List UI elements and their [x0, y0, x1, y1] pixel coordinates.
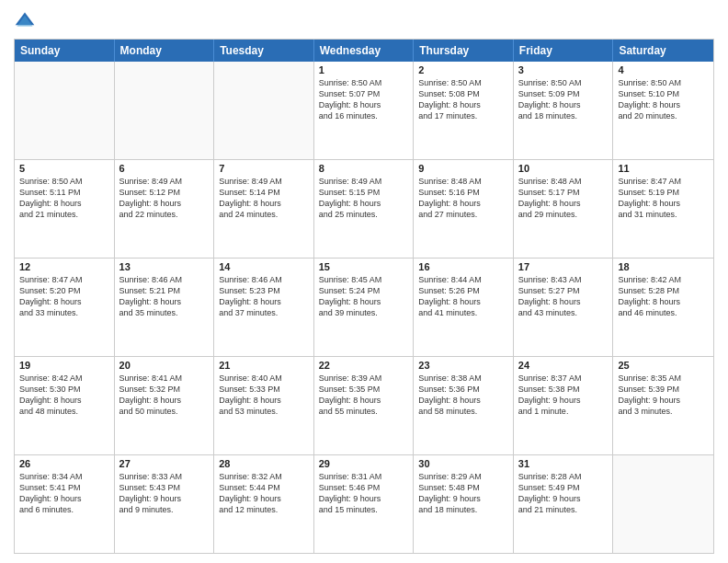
- cell-data: Sunrise: 8:45 AM Sunset: 5:24 PM Dayligh…: [319, 274, 409, 319]
- calendar-cell-24: 24Sunrise: 8:37 AM Sunset: 5:38 PM Dayli…: [514, 357, 614, 454]
- calendar-body: 1Sunrise: 8:50 AM Sunset: 5:07 PM Daylig…: [15, 62, 713, 553]
- calendar-cell-empty: [613, 455, 713, 553]
- cell-data: Sunrise: 8:50 AM Sunset: 5:09 PM Dayligh…: [518, 77, 609, 122]
- day-number: 8: [319, 163, 409, 174]
- cell-data: Sunrise: 8:47 AM Sunset: 5:20 PM Dayligh…: [19, 274, 109, 319]
- cell-data: Sunrise: 8:50 AM Sunset: 5:07 PM Dayligh…: [319, 77, 409, 122]
- day-number: 7: [219, 163, 309, 174]
- day-number: 4: [618, 64, 709, 75]
- cell-data: Sunrise: 8:49 AM Sunset: 5:15 PM Dayligh…: [319, 176, 409, 221]
- day-number: 31: [518, 458, 609, 469]
- cell-data: Sunrise: 8:38 AM Sunset: 5:36 PM Dayligh…: [418, 373, 508, 418]
- day-number: 21: [219, 360, 309, 371]
- logo-icon: [14, 9, 36, 31]
- day-number: 10: [518, 163, 609, 174]
- cell-data: Sunrise: 8:49 AM Sunset: 5:12 PM Dayligh…: [119, 176, 210, 221]
- calendar-cell-25: 25Sunrise: 8:35 AM Sunset: 5:39 PM Dayli…: [613, 357, 713, 454]
- cell-data: Sunrise: 8:34 AM Sunset: 5:41 PM Dayligh…: [19, 471, 109, 516]
- header-day-wednesday: Wednesday: [314, 40, 415, 62]
- calendar-cell-4: 4Sunrise: 8:50 AM Sunset: 5:10 PM Daylig…: [613, 62, 713, 159]
- calendar-cell-22: 22Sunrise: 8:39 AM Sunset: 5:35 PM Dayli…: [314, 357, 415, 454]
- day-number: 26: [19, 458, 109, 469]
- calendar: SundayMondayTuesdayWednesdayThursdayFrid…: [14, 39, 714, 554]
- calendar-cell-8: 8Sunrise: 8:49 AM Sunset: 5:15 PM Daylig…: [314, 160, 415, 258]
- cell-data: Sunrise: 8:42 AM Sunset: 5:30 PM Dayligh…: [19, 373, 109, 418]
- calendar-row-4: 26Sunrise: 8:34 AM Sunset: 5:41 PM Dayli…: [15, 454, 713, 553]
- day-number: 29: [319, 458, 409, 469]
- day-number: 9: [418, 163, 508, 174]
- header-day-saturday: Saturday: [613, 40, 713, 62]
- header-day-thursday: Thursday: [414, 40, 514, 62]
- cell-data: Sunrise: 8:50 AM Sunset: 5:10 PM Dayligh…: [618, 77, 709, 122]
- header-day-tuesday: Tuesday: [214, 40, 314, 62]
- cell-data: Sunrise: 8:37 AM Sunset: 5:38 PM Dayligh…: [518, 373, 609, 418]
- cell-data: Sunrise: 8:40 AM Sunset: 5:33 PM Dayligh…: [219, 373, 309, 418]
- calendar-cell-15: 15Sunrise: 8:45 AM Sunset: 5:24 PM Dayli…: [314, 259, 415, 356]
- calendar-row-2: 12Sunrise: 8:47 AM Sunset: 5:20 PM Dayli…: [15, 258, 713, 356]
- calendar-cell-14: 14Sunrise: 8:46 AM Sunset: 5:23 PM Dayli…: [214, 259, 314, 356]
- day-number: 28: [219, 458, 309, 469]
- calendar-cell-27: 27Sunrise: 8:33 AM Sunset: 5:43 PM Dayli…: [115, 455, 215, 553]
- day-number: 13: [119, 261, 210, 272]
- cell-data: Sunrise: 8:50 AM Sunset: 5:11 PM Dayligh…: [19, 176, 109, 221]
- cell-data: Sunrise: 8:41 AM Sunset: 5:32 PM Dayligh…: [119, 373, 210, 418]
- logo: [14, 9, 40, 31]
- day-number: 12: [19, 261, 109, 272]
- calendar-cell-1: 1Sunrise: 8:50 AM Sunset: 5:07 PM Daylig…: [314, 62, 415, 159]
- calendar-cell-16: 16Sunrise: 8:44 AM Sunset: 5:26 PM Dayli…: [414, 259, 514, 356]
- calendar-cell-28: 28Sunrise: 8:32 AM Sunset: 5:44 PM Dayli…: [214, 455, 314, 553]
- calendar-cell-5: 5Sunrise: 8:50 AM Sunset: 5:11 PM Daylig…: [15, 160, 115, 258]
- cell-data: Sunrise: 8:46 AM Sunset: 5:23 PM Dayligh…: [219, 274, 309, 319]
- cell-data: Sunrise: 8:29 AM Sunset: 5:48 PM Dayligh…: [418, 471, 508, 516]
- header-day-monday: Monday: [115, 40, 215, 62]
- day-number: 6: [119, 163, 210, 174]
- calendar-row-1: 5Sunrise: 8:50 AM Sunset: 5:11 PM Daylig…: [15, 159, 713, 258]
- day-number: 19: [19, 360, 109, 371]
- calendar-cell-6: 6Sunrise: 8:49 AM Sunset: 5:12 PM Daylig…: [115, 160, 215, 258]
- day-number: 11: [618, 163, 709, 174]
- calendar-cell-20: 20Sunrise: 8:41 AM Sunset: 5:32 PM Dayli…: [115, 357, 215, 454]
- calendar-cell-3: 3Sunrise: 8:50 AM Sunset: 5:09 PM Daylig…: [514, 62, 614, 159]
- day-number: 1: [319, 64, 409, 75]
- day-number: 22: [319, 360, 409, 371]
- calendar-cell-21: 21Sunrise: 8:40 AM Sunset: 5:33 PM Dayli…: [214, 357, 314, 454]
- calendar-header: SundayMondayTuesdayWednesdayThursdayFrid…: [15, 40, 713, 62]
- calendar-cell-empty: [115, 62, 215, 159]
- calendar-cell-19: 19Sunrise: 8:42 AM Sunset: 5:30 PM Dayli…: [15, 357, 115, 454]
- calendar-cell-23: 23Sunrise: 8:38 AM Sunset: 5:36 PM Dayli…: [414, 357, 514, 454]
- cell-data: Sunrise: 8:39 AM Sunset: 5:35 PM Dayligh…: [319, 373, 409, 418]
- cell-data: Sunrise: 8:48 AM Sunset: 5:17 PM Dayligh…: [518, 176, 609, 221]
- day-number: 3: [518, 64, 609, 75]
- calendar-row-0: 1Sunrise: 8:50 AM Sunset: 5:07 PM Daylig…: [15, 62, 713, 159]
- cell-data: Sunrise: 8:28 AM Sunset: 5:49 PM Dayligh…: [518, 471, 609, 516]
- cell-data: Sunrise: 8:35 AM Sunset: 5:39 PM Dayligh…: [618, 373, 709, 418]
- cell-data: Sunrise: 8:43 AM Sunset: 5:27 PM Dayligh…: [518, 274, 609, 319]
- calendar-cell-empty: [15, 62, 115, 159]
- calendar-cell-2: 2Sunrise: 8:50 AM Sunset: 5:08 PM Daylig…: [414, 62, 514, 159]
- calendar-cell-30: 30Sunrise: 8:29 AM Sunset: 5:48 PM Dayli…: [414, 455, 514, 553]
- cell-data: Sunrise: 8:50 AM Sunset: 5:08 PM Dayligh…: [418, 77, 508, 122]
- calendar-cell-26: 26Sunrise: 8:34 AM Sunset: 5:41 PM Dayli…: [15, 455, 115, 553]
- calendar-cell-7: 7Sunrise: 8:49 AM Sunset: 5:14 PM Daylig…: [214, 160, 314, 258]
- calendar-cell-11: 11Sunrise: 8:47 AM Sunset: 5:19 PM Dayli…: [613, 160, 713, 258]
- calendar-cell-13: 13Sunrise: 8:46 AM Sunset: 5:21 PM Dayli…: [115, 259, 215, 356]
- day-number: 20: [119, 360, 210, 371]
- day-number: 30: [418, 458, 508, 469]
- day-number: 24: [518, 360, 609, 371]
- day-number: 17: [518, 261, 609, 272]
- header-day-friday: Friday: [514, 40, 614, 62]
- calendar-cell-17: 17Sunrise: 8:43 AM Sunset: 5:27 PM Dayli…: [514, 259, 614, 356]
- day-number: 14: [219, 261, 309, 272]
- day-number: 16: [418, 261, 508, 272]
- day-number: 25: [618, 360, 709, 371]
- day-number: 27: [119, 458, 210, 469]
- cell-data: Sunrise: 8:31 AM Sunset: 5:46 PM Dayligh…: [319, 471, 409, 516]
- page: SundayMondayTuesdayWednesdayThursdayFrid…: [0, 0, 728, 563]
- calendar-cell-10: 10Sunrise: 8:48 AM Sunset: 5:17 PM Dayli…: [514, 160, 614, 258]
- calendar-cell-29: 29Sunrise: 8:31 AM Sunset: 5:46 PM Dayli…: [314, 455, 415, 553]
- day-number: 15: [319, 261, 409, 272]
- cell-data: Sunrise: 8:33 AM Sunset: 5:43 PM Dayligh…: [119, 471, 210, 516]
- day-number: 5: [19, 163, 109, 174]
- calendar-row-3: 19Sunrise: 8:42 AM Sunset: 5:30 PM Dayli…: [15, 356, 713, 454]
- header: [14, 9, 714, 31]
